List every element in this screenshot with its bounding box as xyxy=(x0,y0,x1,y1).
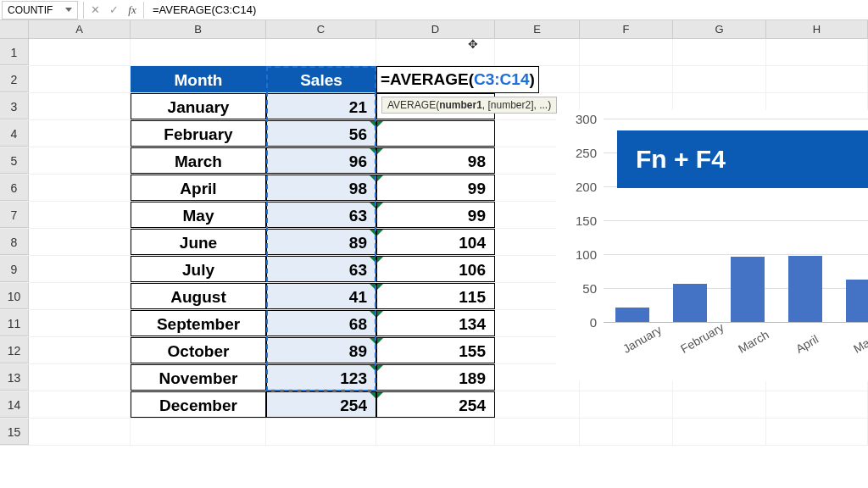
col-header-d[interactable]: D xyxy=(376,20,495,38)
cell[interactable] xyxy=(495,391,580,418)
table-header-sales[interactable]: Sales xyxy=(266,66,376,92)
cell-month[interactable]: June xyxy=(131,229,266,255)
cell-sales[interactable]: 56 xyxy=(266,120,376,147)
cell-month[interactable]: October xyxy=(131,337,266,363)
cell[interactable] xyxy=(29,120,131,147)
cell[interactable] xyxy=(580,39,673,65)
cell[interactable] xyxy=(131,419,266,445)
cell-sales[interactable]: 96 xyxy=(266,147,376,174)
cell[interactable] xyxy=(29,39,131,65)
cell-month[interactable]: February xyxy=(131,120,266,147)
fx-icon[interactable]: fx xyxy=(123,3,142,17)
cell-month[interactable]: November xyxy=(131,364,266,391)
col-header-e[interactable]: E xyxy=(495,20,580,38)
cell[interactable] xyxy=(29,310,131,336)
cell[interactable] xyxy=(29,147,131,174)
cell-average[interactable]: 104 xyxy=(376,229,495,255)
cell[interactable] xyxy=(495,419,580,445)
cell[interactable] xyxy=(29,419,131,445)
cell[interactable] xyxy=(29,256,131,282)
cell-average[interactable]: 254 xyxy=(376,391,495,418)
cell[interactable] xyxy=(673,66,766,92)
cell-average[interactable]: 98 xyxy=(376,147,495,174)
cell-average[interactable]: 99 xyxy=(376,175,495,201)
row-header[interactable]: 8 xyxy=(0,229,29,255)
embedded-chart[interactable]: 050100150200250300 JanuaryFebruaryMarchA… xyxy=(556,110,868,381)
row-header[interactable]: 3 xyxy=(0,93,29,119)
cell[interactable] xyxy=(766,66,868,92)
cell-sales[interactable]: 68 xyxy=(266,310,376,336)
cell[interactable] xyxy=(266,419,376,445)
cell[interactable] xyxy=(495,39,580,65)
cell-sales[interactable]: 63 xyxy=(266,256,376,282)
cell[interactable] xyxy=(29,202,131,228)
row-header[interactable]: 4 xyxy=(0,120,29,147)
row-header[interactable]: 12 xyxy=(0,337,29,363)
cell-month[interactable]: December xyxy=(131,391,266,418)
row-header[interactable]: 9 xyxy=(0,256,29,282)
row-header[interactable]: 6 xyxy=(0,175,29,201)
cell-sales[interactable]: 254 xyxy=(266,391,376,418)
col-header-c[interactable]: C xyxy=(266,20,376,38)
cell-sales[interactable]: 41 xyxy=(266,283,376,309)
cell-month[interactable]: May xyxy=(131,202,266,228)
cell-month[interactable]: March xyxy=(131,147,266,174)
cell[interactable] xyxy=(673,419,766,445)
col-header-a[interactable]: A xyxy=(29,20,131,38)
confirm-icon[interactable]: ✓ xyxy=(104,3,123,16)
cell[interactable] xyxy=(29,175,131,201)
col-header-f[interactable]: F xyxy=(580,20,673,38)
cell[interactable] xyxy=(29,364,131,391)
col-header-g[interactable]: G xyxy=(673,20,766,38)
cell[interactable] xyxy=(29,391,131,418)
row-header[interactable]: 11 xyxy=(0,310,29,336)
cell-month[interactable]: August xyxy=(131,283,266,309)
table-header-month[interactable]: Month xyxy=(131,66,266,92)
cell-average[interactable]: 99 xyxy=(376,202,495,228)
cell[interactable] xyxy=(29,337,131,363)
cell-month[interactable]: September xyxy=(131,310,266,336)
row-header[interactable]: 5 xyxy=(0,147,29,174)
cell[interactable] xyxy=(766,39,868,65)
row-header[interactable]: 13 xyxy=(0,364,29,391)
row-header[interactable]: 10 xyxy=(0,283,29,309)
cell[interactable] xyxy=(29,229,131,255)
row-header[interactable]: 14 xyxy=(0,391,29,418)
cell[interactable] xyxy=(580,66,673,92)
name-box[interactable]: COUNTIF xyxy=(2,1,78,19)
cell[interactable] xyxy=(673,391,766,418)
cell-month[interactable]: January xyxy=(131,93,266,119)
cell-sales[interactable]: 89 xyxy=(266,337,376,363)
cell-average[interactable]: 155 xyxy=(376,337,495,363)
col-header-b[interactable]: B xyxy=(131,20,266,38)
cancel-icon[interactable]: ✕ xyxy=(86,3,104,16)
cell[interactable] xyxy=(673,39,766,65)
col-header-h[interactable]: H xyxy=(766,20,868,38)
cell-editor[interactable]: =AVERAGE(C3:C14) xyxy=(376,66,539,93)
formula-input[interactable]: =AVERAGE(C3:C14) xyxy=(146,1,868,19)
cell[interactable] xyxy=(580,419,673,445)
cell-sales[interactable]: 63 xyxy=(266,202,376,228)
select-all-corner[interactable] xyxy=(0,20,29,38)
cell-sales[interactable]: 98 xyxy=(266,175,376,201)
cell-sales[interactable]: 123 xyxy=(266,364,376,391)
row-header[interactable]: 15 xyxy=(0,419,29,445)
cell-average[interactable]: 106 xyxy=(376,256,495,282)
cell[interactable] xyxy=(376,419,495,445)
cell[interactable] xyxy=(766,391,868,418)
cell[interactable] xyxy=(29,283,131,309)
cell-month[interactable]: April xyxy=(131,175,266,201)
row-header[interactable]: 2 xyxy=(0,66,29,92)
cell-sales[interactable]: 21 xyxy=(266,93,376,119)
cell[interactable] xyxy=(580,391,673,418)
cell[interactable] xyxy=(766,419,868,445)
cell[interactable] xyxy=(29,93,131,119)
cell-average[interactable]: 189 xyxy=(376,364,495,391)
row-header[interactable]: 1 xyxy=(0,39,29,65)
cell-average[interactable] xyxy=(376,120,495,147)
cell-average[interactable]: 115 xyxy=(376,283,495,309)
cell-sales[interactable]: 89 xyxy=(266,229,376,255)
cell[interactable] xyxy=(131,39,266,65)
row-header[interactable]: 7 xyxy=(0,202,29,228)
cell[interactable] xyxy=(266,39,376,65)
